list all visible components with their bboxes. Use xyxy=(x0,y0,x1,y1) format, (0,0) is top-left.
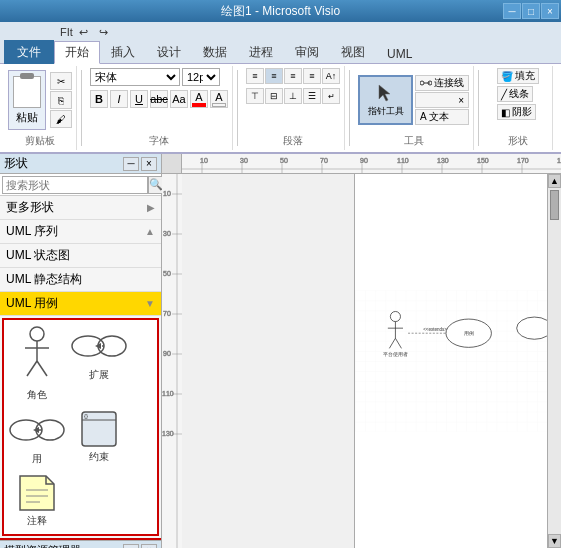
extend-shape-icon xyxy=(70,326,128,366)
scroll-thumb[interactable] xyxy=(550,190,559,220)
shadow-label: 阴影 xyxy=(512,105,532,119)
cut-btn[interactable]: ✂ xyxy=(50,72,72,90)
shape-cat-uml-static[interactable]: UML 静态结构 xyxy=(0,268,161,292)
font-row-2: B I U abc Aa A A xyxy=(90,90,228,108)
align-center-btn[interactable]: ≡ xyxy=(265,68,283,84)
ruler-horizontal: 10 30 50 70 90 110 130 150 170 190 xyxy=(182,154,561,174)
list-btn[interactable]: ☰ xyxy=(303,88,321,104)
diagram-canvas[interactable]: 平台使用者 <<extends>> 用例 xyxy=(355,174,547,548)
extend-shape-item[interactable]: 扩展 xyxy=(70,324,128,404)
copy-btn[interactable]: ⎘ xyxy=(50,91,72,109)
ribbon-tab-bar: 文件 开始 插入 设计 数据 进程 审阅 视图 UML xyxy=(0,42,561,64)
tab-review[interactable]: 审阅 xyxy=(284,41,330,63)
paste-button[interactable]: 粘贴 xyxy=(8,70,46,130)
shape-cat-more[interactable]: 更多形状 ▶ xyxy=(0,196,161,220)
minimize-btn[interactable]: ─ xyxy=(503,3,521,19)
model-panel-minimize-btn[interactable]: ─ xyxy=(123,544,139,549)
svg-text:70: 70 xyxy=(320,157,328,164)
tools-group: 指针工具 连接线 × A 文本 工具 xyxy=(354,66,474,150)
font-family-select[interactable]: 宋体 xyxy=(90,68,180,86)
font-highlight-btn[interactable]: A xyxy=(210,90,228,108)
svg-rect-32 xyxy=(182,154,561,174)
valign-bot-btn[interactable]: ⊥ xyxy=(284,88,302,104)
constraint-shape-icon: {} xyxy=(80,410,118,448)
bold-btn[interactable]: B xyxy=(90,90,108,108)
tab-file[interactable]: 文件 xyxy=(4,40,54,64)
font-size-select[interactable]: 12pt xyxy=(182,68,220,86)
font-color-btn[interactable]: A xyxy=(190,90,208,108)
shadow-btn[interactable]: ◧ 阴影 xyxy=(497,104,536,120)
actor-text: 平台使用者 xyxy=(383,351,408,357)
fill-label: 填充 xyxy=(515,69,535,83)
actor-shape-item[interactable]: 角色 xyxy=(8,324,66,404)
maximize-btn[interactable]: □ xyxy=(522,3,540,19)
panel-close-btn[interactable]: × xyxy=(141,157,157,171)
pointer-tool-btn[interactable]: 指针工具 xyxy=(358,75,413,125)
model-panel: 模型资源管理器 ─ × ▽ 📁 静态模型 ▽ 📁 顶层包 xyxy=(0,540,161,548)
close-tool-btn[interactable]: × xyxy=(415,92,469,108)
indent-btn[interactable]: ↵ xyxy=(322,88,340,104)
svg-text:130: 130 xyxy=(437,157,449,164)
shape-cat-uml-usecase-label: UML 用例 xyxy=(6,295,58,312)
scroll-up-btn[interactable]: ▲ xyxy=(548,174,561,188)
qa-redo[interactable]: ↪ xyxy=(95,24,113,40)
tab-design[interactable]: 设计 xyxy=(146,41,192,63)
shape-search-input[interactable] xyxy=(2,176,148,194)
panel-minimize-btn[interactable]: ─ xyxy=(123,157,139,171)
diagram-svg: 平台使用者 <<extends>> 用例 xyxy=(355,174,547,548)
tab-home[interactable]: 开始 xyxy=(54,41,100,64)
tab-data[interactable]: 数据 xyxy=(192,41,238,63)
ribbon: 粘贴 ✂ ⎘ 🖌 剪贴板 宋体 12pt B I xyxy=(0,64,561,154)
paste-icon xyxy=(13,76,41,108)
more-arrow-icon: ▶ xyxy=(147,202,155,213)
shape-icons-panel: 角色 xyxy=(2,318,159,536)
fill-btn[interactable]: 🪣 填充 xyxy=(497,68,539,84)
svg-point-1 xyxy=(420,81,424,85)
align-right-btn[interactable]: ≡ xyxy=(284,68,302,84)
qa-undo[interactable]: ↩ xyxy=(75,24,93,40)
use-shape-item[interactable]: 用 xyxy=(8,408,66,468)
svg-text:150: 150 xyxy=(477,157,489,164)
tab-process[interactable]: 进程 xyxy=(238,41,284,63)
svg-text:190: 190 xyxy=(557,157,561,164)
align-left-btn[interactable]: ≡ xyxy=(246,68,264,84)
svg-text:130: 130 xyxy=(162,430,174,437)
shape-cat-uml-state[interactable]: UML 状态图 xyxy=(0,244,161,268)
scrollbar-right[interactable]: ▲ ▼ xyxy=(547,174,561,548)
uml-seq-arrow-icon: ▲ xyxy=(145,226,155,237)
svg-text:30: 30 xyxy=(240,157,248,164)
connector-btn[interactable]: 连接线 xyxy=(415,75,469,91)
note-shape-item[interactable]: 注释 xyxy=(8,472,66,530)
constraint-shape-item[interactable]: {} 约束 xyxy=(70,408,128,468)
shape-cat-uml-seq[interactable]: UML 序列 ▲ xyxy=(0,220,161,244)
quick-access-bar: FIt ↩ ↪ xyxy=(0,22,561,42)
window-controls: ─ □ × xyxy=(503,3,559,19)
model-panel-close-btn[interactable]: × xyxy=(141,544,157,549)
scroll-down-btn[interactable]: ▼ xyxy=(548,534,561,548)
strikethrough-btn[interactable]: abc xyxy=(150,90,168,108)
tab-uml[interactable]: UML xyxy=(376,44,423,63)
format-painter-btn[interactable]: 🖌 xyxy=(50,110,72,128)
svg-text:50: 50 xyxy=(280,157,288,164)
text-tool-btn[interactable]: A 文本 xyxy=(415,109,469,125)
shape-style-label: 形状 xyxy=(508,132,528,148)
underline-btn[interactable]: U xyxy=(130,90,148,108)
scroll-track[interactable] xyxy=(548,188,561,534)
tools-small-btns: 连接线 × A 文本 xyxy=(415,75,469,125)
tab-view[interactable]: 视图 xyxy=(330,41,376,63)
valign-mid-btn[interactable]: ⊟ xyxy=(265,88,283,104)
valign-top-btn[interactable]: ⊤ xyxy=(246,88,264,104)
tab-insert[interactable]: 插入 xyxy=(100,41,146,63)
italic-btn[interactable]: I xyxy=(110,90,128,108)
svg-text:10: 10 xyxy=(200,157,208,164)
aa-btn[interactable]: Aa xyxy=(170,90,188,108)
svg-marker-0 xyxy=(379,85,390,101)
line-btn[interactable]: ╱ 线条 xyxy=(497,86,533,102)
close-btn[interactable]: × xyxy=(541,3,559,19)
shape-cat-uml-usecase[interactable]: UML 用例 ▼ xyxy=(0,292,161,316)
close-tool-icon: × xyxy=(458,95,464,106)
font-size-increase-btn[interactable]: A↑ xyxy=(322,68,340,84)
note-label: 注释 xyxy=(27,514,47,528)
justify-btn[interactable]: ≡ xyxy=(303,68,321,84)
svg-text:90: 90 xyxy=(360,157,368,164)
